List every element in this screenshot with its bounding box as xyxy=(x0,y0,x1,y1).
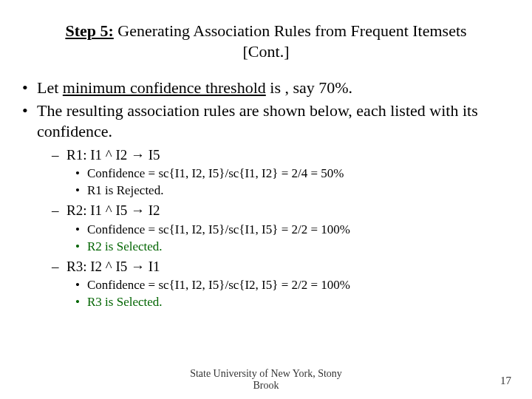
r2-details: Confidence = sc{I1, I2, I5}/sc{I1, I5} =… xyxy=(66,222,516,256)
rules-list: R1: I1 ^ I2 → I5 Confidence = sc{I1, I2,… xyxy=(37,146,516,312)
footer-line1: State University of New York, Stony xyxy=(190,368,342,379)
page-number: 17 xyxy=(500,375,511,387)
r3-verdict: R3 is Selected. xyxy=(87,294,516,311)
r2-confidence: Confidence = sc{I1, I2, I5}/sc{I1, I5} =… xyxy=(87,222,516,239)
r3-confidence: Confidence = sc{I1, I2, I5}/sc{I2, I5} =… xyxy=(87,277,516,294)
footer-line2: Brook xyxy=(253,380,279,391)
rule-r2: R2: I1 ^ I5 → I2 Confidence = sc{I1, I2,… xyxy=(66,201,516,256)
r1-head: R1: I1 ^ I2 → I5 xyxy=(66,147,160,163)
bullet-1: Let minimum confidence threshold is , sa… xyxy=(37,78,516,99)
r2-verdict: R2 is Selected. xyxy=(87,239,516,256)
r3-details: Confidence = sc{I1, I2, I5}/sc{I2, I5} =… xyxy=(66,277,516,311)
main-list: Let minimum confidence threshold is , sa… xyxy=(16,78,516,311)
slide-title: Step 5: Generating Association Rules fro… xyxy=(61,21,471,61)
footer-attribution: State University of New York, Stony Broo… xyxy=(0,368,532,392)
b1-underline: minimum confidence threshold xyxy=(63,78,266,97)
bullet-2: The resulting association rules are show… xyxy=(37,100,516,312)
r1-details: Confidence = sc{I1, I2, I5}/sc{I1, I2} =… xyxy=(66,166,516,200)
b1-post: is , say 70%. xyxy=(266,78,352,97)
r1-verdict: R1 is Rejected. xyxy=(87,183,516,200)
b1-pre: Let xyxy=(37,78,63,97)
rule-r1: R1: I1 ^ I2 → I5 Confidence = sc{I1, I2,… xyxy=(66,146,516,200)
b2-text: The resulting association rules are show… xyxy=(37,101,478,141)
r2-head: R2: I1 ^ I5 → I2 xyxy=(66,202,160,218)
r1-confidence: Confidence = sc{I1, I2, I5}/sc{I1, I2} =… xyxy=(87,166,516,183)
title-rest: Generating Association Rules from Freque… xyxy=(114,21,467,61)
rule-r3: R3: I2 ^ I5 → I1 Confidence = sc{I1, I2,… xyxy=(66,257,516,312)
r3-head: R3: I2 ^ I5 → I1 xyxy=(66,259,160,274)
step-label: Step 5: xyxy=(65,21,113,40)
